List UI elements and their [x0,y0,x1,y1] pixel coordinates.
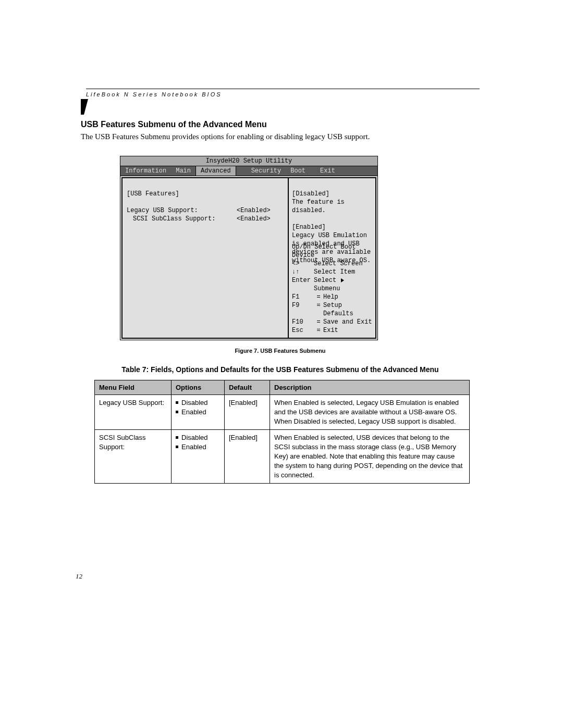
cell-description: When Enabled is selected, Legacy USB Emu… [270,395,470,430]
th-menu-field: Menu Field [95,380,172,395]
nav-eq: = [314,301,323,318]
bullet-square-icon [176,401,178,404]
opt-text: Disabled [181,434,208,441]
nav-f9-text: Setup Defaults [323,301,372,318]
section-title: USB Features Submenu of the Advanced Men… [81,120,480,129]
nav-lr-text: Select Screen [314,260,372,268]
table-row: SCSI SubClass Support: Disabled Enabled … [95,430,470,484]
cell-description: When Enabled is selected, USB devices th… [270,430,470,484]
legacy-usb-row[interactable]: Legacy USB Support: <Enabled> [127,206,284,215]
opt-text: Enabled [181,443,206,451]
nav-ud-key: ↓↑ [292,268,314,276]
bullet-square-icon [176,446,178,448]
th-options: Options [172,380,225,395]
nav-esc-key: Esc [292,326,314,335]
figure-caption: Figure 7. USB Features Submenu [81,348,480,354]
triangle-right-icon [341,278,344,282]
nav-f10-key: F10 [292,318,314,326]
help-disabled-head: [Disabled] [292,190,372,198]
th-description: Description [270,380,470,395]
scsi-subclass-value: <Enabled> [237,215,284,223]
cell-options: Disabled Enabled [172,430,225,484]
nav-f1-text: Help [323,293,372,301]
header-rule [86,89,480,89]
cell-default: [Enabled] [225,395,270,430]
nav-ud-text: Select Item [314,268,372,276]
running-head: LifeBook N Series Notebook BIOS [86,91,480,97]
nav-esc-text: Exit [323,326,372,335]
bios-window: InsydeH20 Setup Utility Information Main… [120,156,378,340]
help-disabled-text: The feature is disabled. [292,198,372,215]
nav-enter-text: Select Submenu [314,276,372,293]
opt-text: Enabled [181,408,206,416]
tab-information[interactable]: Information [120,166,171,176]
tab-security[interactable]: Security [247,166,286,176]
legacy-usb-label: Legacy USB Support: [127,206,237,215]
nav-help: Up/Dn Select Boot Device <> Select Scree… [292,243,372,335]
nav-eq: = [314,293,323,301]
bios-right-panel: [Disabled] The feature is disabled. [Ena… [288,177,376,339]
nav-f9-key: F9 [292,301,314,318]
nav-enter-text-a: Select [314,277,336,284]
nav-enter-key: Enter [292,276,314,293]
section-intro: The USB Features Submenu provides option… [81,132,480,141]
page-number: 12 [76,572,480,581]
nav-eq: = [314,326,323,335]
tab-boot[interactable]: Boot [286,166,310,176]
nav-eq: = [314,318,323,326]
cell-default: [Enabled] [225,430,270,484]
opt-text: Disabled [181,399,208,406]
th-default: Default [225,380,270,395]
nav-updn: Up/Dn Select Boot Device [292,243,372,260]
nav-f10-text: Save and Exit [323,318,372,326]
table-row: Legacy USB Support: Disabled Enabled [En… [95,395,470,430]
tab-advanced[interactable]: Advanced [195,166,236,176]
scsi-subclass-label: SCSI SubClass Support: [133,215,237,223]
table-title: Table 7: Fields, Options and Defaults fo… [81,365,480,374]
help-enabled-head: [Enabled] [292,223,372,231]
scsi-subclass-row[interactable]: SCSI SubClass Support: <Enabled> [127,215,284,223]
corner-wedge-icon [81,99,88,115]
bios-left-panel: [USB Features] Legacy USB Support: <Enab… [121,177,288,339]
nav-enter-text-b: Submenu [314,285,340,292]
cell-options: Disabled Enabled [172,395,225,430]
bullet-square-icon [176,436,178,439]
tab-exit[interactable]: Exit [315,166,340,176]
legacy-usb-value: <Enabled> [237,206,284,215]
bios-title: InsydeH20 Setup Utility [120,156,377,166]
cell-field: SCSI SubClass Support: [95,430,172,484]
nav-lr-key: <> [292,260,314,268]
usb-features-group: [USB Features] [127,190,284,198]
bios-tabbar: Information Main Advanced Security Boot … [120,166,377,176]
options-table: Menu Field Options Default Description L… [94,380,470,484]
cell-field: Legacy USB Support: [95,395,172,430]
nav-f1-key: F1 [292,293,314,301]
tab-main[interactable]: Main [171,166,195,176]
bullet-square-icon [176,411,178,413]
